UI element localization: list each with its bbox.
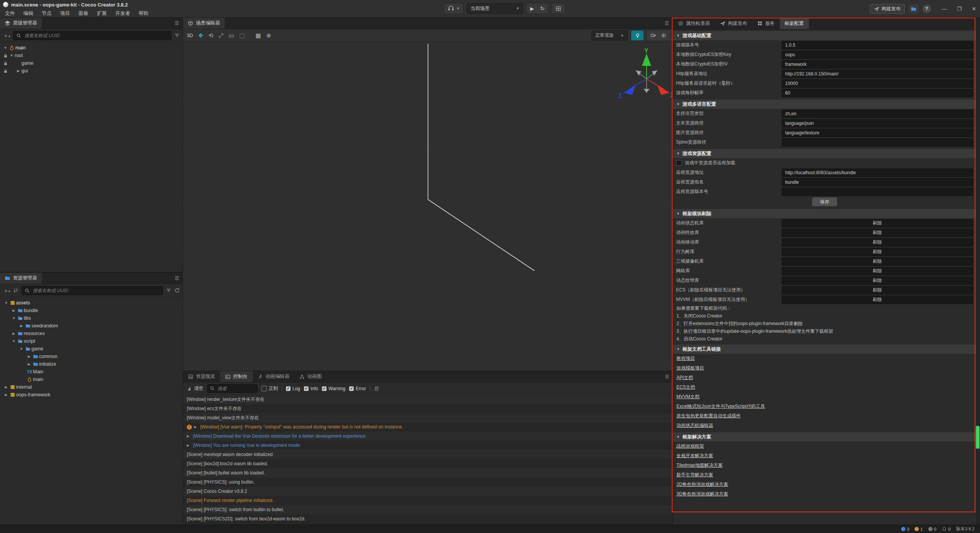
menu-project[interactable]: 项目 <box>56 9 74 18</box>
filter-error-checkbox[interactable]: ✓ Error <box>349 386 366 391</box>
restore-button[interactable]: ❐ <box>957 6 962 12</box>
preview-window-button[interactable] <box>552 3 565 14</box>
link-api-docs[interactable]: API文档 <box>673 373 976 383</box>
remove-module-button[interactable]: 剔除 <box>782 248 973 256</box>
panel-menu-icon[interactable]: ☰ <box>665 20 669 26</box>
log-row[interactable]: [Scene] [PHYSICS]: using builtin. <box>183 477 673 487</box>
tree-node-libs[interactable]: ▼ libs <box>0 314 183 322</box>
remove-module-button[interactable]: 剔除 <box>782 286 973 294</box>
gear-icon[interactable] <box>661 33 666 38</box>
tree-node-main-ts[interactable]: TS Main <box>0 368 183 376</box>
log-row-info[interactable]: ▶ [Window] You are running Vue in develo… <box>183 441 673 450</box>
link-excel-tool[interactable]: Excel格式转Json文件与TypeScript代码工具 <box>673 402 976 411</box>
chevron-right-icon[interactable]: ▶ <box>26 355 32 358</box>
link-3drpg-solution[interactable]: 3D角色扮演游戏解决方案 <box>673 489 976 499</box>
close-button[interactable]: ✕ <box>972 6 976 12</box>
tab-property-inspector[interactable]: 属性检查器 <box>673 18 715 29</box>
error-count-badge[interactable]: 0 <box>928 527 936 531</box>
assets-tab[interactable]: 资源管理器 <box>0 273 42 284</box>
http-timeout-input[interactable] <box>782 79 973 88</box>
tab-build-publish[interactable]: 构建发布 <box>715 18 752 29</box>
http-server-input[interactable] <box>782 70 973 78</box>
section-modules[interactable]: ▼ 框架模块剔除 <box>673 209 976 218</box>
link-tactics-framework[interactable]: 战棋游戏框架 <box>673 441 976 451</box>
log-row[interactable]: [Scene] [bullet]:bullet wasm lib loaded. <box>183 468 673 477</box>
remove-module-button[interactable]: 剔除 <box>782 257 973 266</box>
gizmo-tool-icon[interactable]: ⬚ <box>239 32 245 39</box>
crypto-key-input[interactable] <box>782 51 973 59</box>
console-search[interactable] <box>207 384 258 393</box>
clear-console-button[interactable]: 清空 <box>187 385 203 392</box>
tree-node-common[interactable]: ▶ common <box>0 353 183 360</box>
remove-module-button[interactable]: 剔除 <box>782 296 973 304</box>
chevron-right-icon[interactable]: ▶ <box>11 332 17 335</box>
link-mvvm-docs[interactable]: MVVM文档 <box>673 392 976 402</box>
tab-animation-editor[interactable]: 动画编辑器 <box>253 371 295 382</box>
lock-icon[interactable] <box>2 53 8 58</box>
panel-menu-icon[interactable]: ☰ <box>175 20 179 26</box>
coordinate-toggle-icon[interactable]: ⊕ <box>266 32 271 39</box>
remote-address-input[interactable] <box>782 168 973 177</box>
assets-search[interactable] <box>21 286 163 295</box>
assets-search-input[interactable] <box>32 288 160 294</box>
log-row[interactable]: [Window] model_view文件夹不存在 <box>183 413 673 422</box>
section-solutions[interactable]: ▼ 框架解决方案 <box>673 432 976 441</box>
tree-node-initialize[interactable]: ▶ initialize <box>0 360 183 368</box>
link-fullstack-solution[interactable]: 全栈开发解决方案 <box>673 451 976 461</box>
panel-menu-icon[interactable]: ☰ <box>175 275 179 281</box>
link-2drpg-solution[interactable]: 2D角色扮演游戏解决方案 <box>673 480 976 489</box>
chevron-down-icon[interactable]: ▼ <box>11 339 17 343</box>
notification-badge[interactable]: 0 <box>942 526 951 531</box>
image-res-path-input[interactable] <box>782 129 973 137</box>
log-row[interactable]: [Scene] Cocos Creator v3.8.2 <box>183 487 673 496</box>
tab-animation-graph[interactable]: 动画图 <box>294 371 327 382</box>
filter-icon[interactable] <box>166 288 172 293</box>
log-file-icon[interactable] <box>374 386 379 391</box>
tree-node-oops-framework[interactable]: ▶ oops-framework <box>0 391 183 399</box>
tree-node-resources[interactable]: ▶ resources <box>0 330 183 337</box>
tree-node-script[interactable]: ▼ script <box>0 337 183 345</box>
tree-node-seedrandom[interactable]: ▶ seedrandom <box>0 322 183 330</box>
log-row[interactable]: [Window] ecs文件夹不存在 <box>183 404 673 413</box>
remove-module-button[interactable]: 剔除 <box>782 229 973 237</box>
render-mode-select[interactable]: 正常渲染 ▼ <box>591 30 628 41</box>
remove-module-button[interactable]: 剔除 <box>782 238 973 247</box>
chevron-right-icon[interactable]: ▶ <box>3 385 9 389</box>
chevron-right-icon[interactable]: ▶ <box>3 393 9 397</box>
scale-tool-icon[interactable]: ⤢ <box>219 32 223 39</box>
chevron-right-icon[interactable]: ▶ <box>18 324 24 328</box>
tree-node-root[interactable]: ▼ root <box>0 52 183 59</box>
spine-res-path-input[interactable] <box>782 138 973 147</box>
lock-icon[interactable] <box>2 61 8 66</box>
languages-input[interactable] <box>782 110 973 118</box>
preview-platform-button[interactable]: ▼ <box>444 3 464 14</box>
link-ecs-docs[interactable]: ECS文档 <box>673 383 976 392</box>
section-game-res[interactable]: ▼ 游戏资源配置 <box>673 149 976 158</box>
sort-icon[interactable] <box>13 288 19 293</box>
remove-module-button[interactable]: 剔除 <box>782 267 973 275</box>
menu-help[interactable]: 帮助 <box>134 9 153 18</box>
fps-input[interactable] <box>782 89 973 97</box>
camera-icon[interactable] <box>650 33 656 38</box>
menu-developer[interactable]: 开发者 <box>111 9 134 18</box>
console-log-list[interactable]: [Window] render_texture文件夹不存在 [Window] e… <box>183 395 673 525</box>
log-row-warning[interactable]: ! ▶ [Window] [Vue warn]: Property "onInp… <box>183 422 673 432</box>
remove-module-button[interactable]: 剔除 <box>782 276 973 285</box>
pivot-toggle-icon[interactable]: ▦ <box>256 32 261 39</box>
chevron-down-icon[interactable]: ▼ <box>18 347 24 351</box>
tab-framework-config[interactable]: 框架配置 <box>780 18 809 29</box>
tree-node-game[interactable]: game <box>0 59 183 67</box>
link-animator-editor[interactable]: 动画状态机编辑器 <box>673 421 976 430</box>
tree-node-main[interactable]: ▼ main <box>0 44 183 52</box>
filter-icon[interactable] <box>174 33 180 38</box>
step-button[interactable]: ↻ <box>540 5 545 11</box>
menu-extension[interactable]: 扩展 <box>93 9 111 18</box>
link-guide-solution[interactable]: 新手引导解决方案 <box>673 470 976 480</box>
remove-module-button[interactable]: 剔除 <box>782 219 973 227</box>
create-node-button[interactable]: ＋▾ <box>3 33 10 38</box>
scene-viewport[interactable]: Y X Z <box>183 42 673 371</box>
chevron-down-icon[interactable]: ▼ <box>3 301 9 305</box>
text-res-path-input[interactable] <box>782 119 973 128</box>
warning-count-badge[interactable]: 1 <box>915 527 923 531</box>
play-button[interactable]: ▶ <box>530 6 534 11</box>
